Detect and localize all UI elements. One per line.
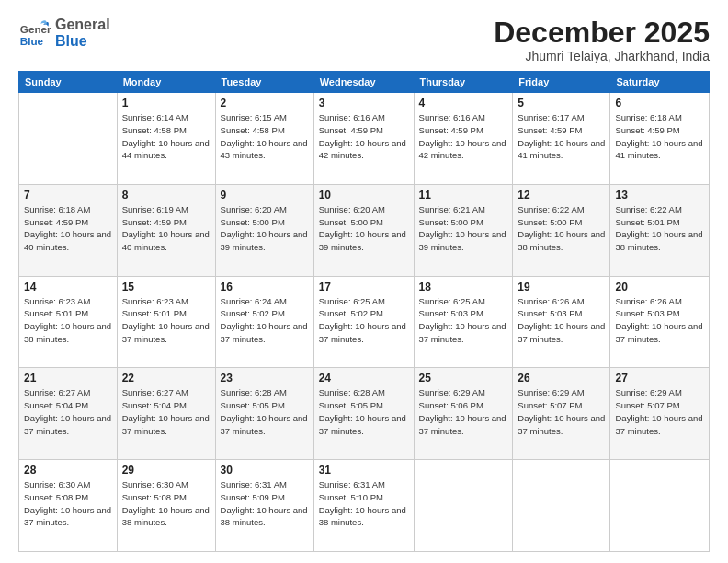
calendar-cell: 22Sunrise: 6:27 AMSunset: 5:04 PMDayligh… [117, 368, 215, 460]
calendar-cell: 24Sunrise: 6:28 AMSunset: 5:05 PMDayligh… [313, 368, 414, 460]
day-info: Sunrise: 6:28 AMSunset: 5:05 PMDaylight:… [319, 386, 409, 437]
header-thursday: Thursday [414, 72, 513, 93]
location: Jhumri Telaiya, Jharkhand, India [494, 49, 710, 63]
calendar-cell: 11Sunrise: 6:21 AMSunset: 5:00 PMDayligh… [414, 184, 513, 276]
day-info: Sunrise: 6:21 AMSunset: 5:00 PMDaylight:… [419, 203, 508, 254]
day-number: 4 [419, 97, 508, 109]
day-info: Sunrise: 6:31 AMSunset: 5:10 PMDaylight:… [319, 478, 409, 529]
calendar-cell: 1Sunrise: 6:14 AMSunset: 4:58 PMDaylight… [117, 93, 215, 185]
calendar-cell: 21Sunrise: 6:27 AMSunset: 5:04 PMDayligh… [19, 368, 118, 460]
calendar-cell: 14Sunrise: 6:23 AMSunset: 5:01 PMDayligh… [19, 276, 118, 368]
day-info: Sunrise: 6:22 AMSunset: 5:01 PMDaylight:… [615, 203, 704, 254]
day-info: Sunrise: 6:15 AMSunset: 4:58 PMDaylight:… [221, 111, 309, 162]
day-info: Sunrise: 6:14 AMSunset: 4:58 PMDaylight:… [122, 111, 210, 162]
day-info: Sunrise: 6:26 AMSunset: 5:03 PMDaylight:… [518, 295, 605, 346]
day-number: 26 [518, 372, 605, 385]
day-number: 8 [122, 189, 210, 201]
header-sunday: Sunday [19, 72, 118, 93]
day-number: 6 [615, 97, 704, 109]
calendar-week-3: 14Sunrise: 6:23 AMSunset: 5:01 PMDayligh… [19, 276, 710, 368]
day-number: 18 [419, 281, 508, 293]
day-number: 21 [24, 372, 112, 385]
day-number: 19 [518, 281, 605, 293]
day-number: 30 [221, 464, 309, 477]
title-area: December 2025 Jhumri Telaiya, Jharkhand,… [494, 17, 710, 63]
calendar-cell: 17Sunrise: 6:25 AMSunset: 5:02 PMDayligh… [313, 276, 414, 368]
day-number: 24 [319, 372, 409, 385]
day-number: 14 [24, 281, 112, 293]
day-number: 20 [615, 281, 704, 293]
day-info: Sunrise: 6:18 AMSunset: 4:59 PMDaylight:… [615, 111, 704, 162]
day-info: Sunrise: 6:28 AMSunset: 5:05 PMDaylight:… [221, 386, 309, 437]
calendar-cell: 5Sunrise: 6:17 AMSunset: 4:59 PMDaylight… [513, 93, 610, 185]
day-info: Sunrise: 6:29 AMSunset: 5:07 PMDaylight:… [615, 386, 704, 437]
day-number: 2 [221, 97, 309, 109]
logo-general-text: General [55, 17, 110, 33]
calendar-cell: 16Sunrise: 6:24 AMSunset: 5:02 PMDayligh… [215, 276, 313, 368]
calendar-cell [19, 93, 118, 185]
day-number: 12 [518, 189, 605, 201]
svg-text:Blue: Blue [20, 35, 44, 47]
calendar-cell: 6Sunrise: 6:18 AMSunset: 4:59 PMDaylight… [610, 93, 710, 185]
day-info: Sunrise: 6:19 AMSunset: 4:59 PMDaylight:… [122, 203, 210, 254]
day-number: 13 [615, 189, 704, 201]
logo-blue-text: Blue [55, 33, 110, 50]
day-number: 27 [615, 372, 704, 385]
day-number: 25 [419, 372, 508, 385]
calendar-cell [513, 460, 610, 552]
calendar-week-4: 21Sunrise: 6:27 AMSunset: 5:04 PMDayligh… [19, 368, 710, 460]
day-number: 29 [122, 464, 210, 477]
weekday-header-row: Sunday Monday Tuesday Wednesday Thursday… [19, 72, 710, 93]
calendar-cell: 27Sunrise: 6:29 AMSunset: 5:07 PMDayligh… [610, 368, 710, 460]
calendar-cell: 18Sunrise: 6:25 AMSunset: 5:03 PMDayligh… [414, 276, 513, 368]
calendar-cell [610, 460, 710, 552]
day-info: Sunrise: 6:18 AMSunset: 4:59 PMDaylight:… [24, 203, 112, 254]
day-info: Sunrise: 6:24 AMSunset: 5:02 PMDaylight:… [221, 295, 309, 346]
calendar-cell: 15Sunrise: 6:23 AMSunset: 5:01 PMDayligh… [117, 276, 215, 368]
calendar-cell: 9Sunrise: 6:20 AMSunset: 5:00 PMDaylight… [215, 184, 313, 276]
calendar-cell: 13Sunrise: 6:22 AMSunset: 5:01 PMDayligh… [610, 184, 710, 276]
day-info: Sunrise: 6:26 AMSunset: 5:03 PMDaylight:… [615, 295, 704, 346]
day-number: 17 [319, 281, 409, 293]
calendar-cell: 2Sunrise: 6:15 AMSunset: 4:58 PMDaylight… [215, 93, 313, 185]
calendar-cell: 4Sunrise: 6:16 AMSunset: 4:59 PMDaylight… [414, 93, 513, 185]
calendar-cell: 19Sunrise: 6:26 AMSunset: 5:03 PMDayligh… [513, 276, 610, 368]
calendar-cell: 20Sunrise: 6:26 AMSunset: 5:03 PMDayligh… [610, 276, 710, 368]
day-info: Sunrise: 6:29 AMSunset: 5:07 PMDaylight:… [518, 386, 605, 437]
day-info: Sunrise: 6:22 AMSunset: 5:00 PMDaylight:… [518, 203, 605, 254]
svg-text:General: General [20, 23, 51, 35]
day-info: Sunrise: 6:30 AMSunset: 5:08 PMDaylight:… [24, 478, 112, 529]
header-saturday: Saturday [610, 72, 710, 93]
calendar-cell: 7Sunrise: 6:18 AMSunset: 4:59 PMDaylight… [19, 184, 118, 276]
day-number: 1 [122, 97, 210, 109]
day-number: 7 [24, 189, 112, 201]
calendar-page: General Blue General Blue December 2025 … [0, 0, 728, 563]
calendar-cell: 3Sunrise: 6:16 AMSunset: 4:59 PMDaylight… [313, 93, 414, 185]
day-number: 16 [221, 281, 309, 293]
day-number: 11 [419, 189, 508, 201]
calendar-cell [414, 460, 513, 552]
day-info: Sunrise: 6:27 AMSunset: 5:04 PMDaylight:… [122, 386, 210, 437]
calendar-table: Sunday Monday Tuesday Wednesday Thursday… [18, 71, 710, 552]
calendar-cell: 28Sunrise: 6:30 AMSunset: 5:08 PMDayligh… [19, 460, 118, 552]
day-number: 31 [319, 464, 409, 477]
day-number: 3 [319, 97, 409, 109]
day-number: 10 [319, 189, 409, 201]
header-wednesday: Wednesday [313, 72, 414, 93]
calendar-week-2: 7Sunrise: 6:18 AMSunset: 4:59 PMDaylight… [19, 184, 710, 276]
day-number: 22 [122, 372, 210, 385]
header-monday: Monday [117, 72, 215, 93]
day-info: Sunrise: 6:20 AMSunset: 5:00 PMDaylight:… [319, 203, 409, 254]
calendar-cell: 26Sunrise: 6:29 AMSunset: 5:07 PMDayligh… [513, 368, 610, 460]
logo-icon: General Blue [18, 17, 51, 50]
day-number: 28 [24, 464, 112, 477]
calendar-cell: 10Sunrise: 6:20 AMSunset: 5:00 PMDayligh… [313, 184, 414, 276]
day-number: 23 [221, 372, 309, 385]
calendar-cell: 23Sunrise: 6:28 AMSunset: 5:05 PMDayligh… [215, 368, 313, 460]
day-info: Sunrise: 6:23 AMSunset: 5:01 PMDaylight:… [24, 295, 112, 346]
day-number: 5 [518, 97, 605, 109]
day-info: Sunrise: 6:25 AMSunset: 5:03 PMDaylight:… [419, 295, 508, 346]
calendar-cell: 25Sunrise: 6:29 AMSunset: 5:06 PMDayligh… [414, 368, 513, 460]
day-info: Sunrise: 6:31 AMSunset: 5:09 PMDaylight:… [221, 478, 309, 529]
day-info: Sunrise: 6:27 AMSunset: 5:04 PMDaylight:… [24, 386, 112, 437]
